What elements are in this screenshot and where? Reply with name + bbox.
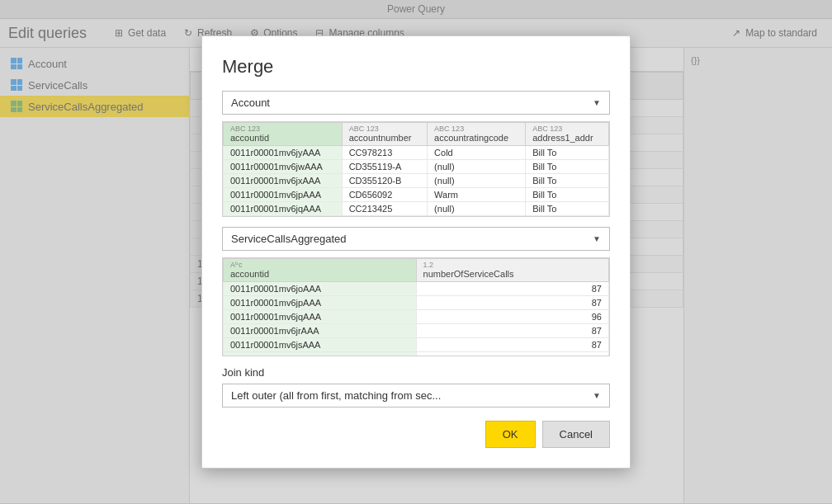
table-row: 0011r00001mv6jyAAA CC978213 Cold Bill To bbox=[224, 146, 609, 160]
top-cell-accountratingcode: (null) bbox=[428, 202, 526, 216]
top-cell-accountratingcode: Cold bbox=[428, 146, 526, 160]
top-cell-accountid: 0011r00001mv6jyAAA bbox=[224, 146, 343, 160]
join-kind-dropdown-chevron: ▼ bbox=[593, 391, 601, 400]
bottom-cell-numberofservicecalls: 87 bbox=[416, 282, 608, 296]
top-cell-address1: Bill To bbox=[526, 146, 609, 160]
top-cell-accountid: 0011r00001mv6jxAAA bbox=[224, 174, 343, 188]
bottom-cell-accountid: 0011r00001mv6jpAAA bbox=[224, 296, 417, 310]
table-row: 0011r00001mv6jwAAA CD355119-A (null) Bil… bbox=[224, 160, 609, 174]
bottom-cell-accountid: 0011r00001mv6joAAA bbox=[224, 282, 417, 296]
top-cell-accountnumber: CC978213 bbox=[342, 146, 427, 160]
top-cell-accountratingcode: (null) bbox=[428, 160, 526, 174]
top-col-accountratingcode-header[interactable]: ABC 123accountratingcode bbox=[428, 123, 526, 146]
top-cell-accountid: 0011r00001mv6jqAAA bbox=[224, 202, 343, 216]
table-row: 0011r00001mv6jxAAA CD355120-B (null) Bil… bbox=[224, 174, 609, 188]
modal-backdrop: Merge Account ▼ ABC 123accountid ABC 123… bbox=[0, 0, 832, 504]
bottom-cell-accountid: 0011r00001mv6jrAAA bbox=[224, 324, 417, 338]
top-preview-table: ABC 123accountid ABC 123accountnumber AB… bbox=[223, 122, 609, 216]
bottom-cell-accountid: 0011r00001mv6jqAAA bbox=[224, 310, 417, 324]
modal-footer: OK Cancel bbox=[222, 421, 610, 448]
bottom-table-dropdown[interactable]: ServiceCallsAggregated ▼ bbox=[222, 227, 610, 251]
top-col-address1-header[interactable]: ABC 123address1_addr bbox=[526, 123, 609, 146]
top-preview-table-container: ABC 123accountid ABC 123accountnumber AB… bbox=[222, 121, 610, 217]
top-table-dropdown[interactable]: Account ▼ bbox=[222, 91, 610, 115]
bottom-table-dropdown-label: ServiceCallsAggregated bbox=[231, 233, 346, 245]
table-row: 0011r00001mv6jrAAA 87 bbox=[224, 324, 609, 338]
table-row: 0011r00001mv6jqAAA 96 bbox=[224, 310, 609, 324]
top-cell-accountnumber: CD355119-A bbox=[342, 160, 427, 174]
join-kind-label: Join kind bbox=[222, 366, 610, 379]
table-row: 0011r00001mv6jpAAA 87 bbox=[224, 296, 609, 310]
join-kind-dropdown[interactable]: Left outer (all from first, matching fro… bbox=[222, 384, 610, 407]
bottom-cell-accountid: 0011r00001mv6jsAAA bbox=[224, 338, 417, 352]
bottom-cell-numberofservicecalls: 87 bbox=[416, 338, 608, 352]
top-cell-accountid: 0011r00001mv6jwAAA bbox=[224, 160, 343, 174]
bottom-cell-numberofservicecalls: 96 bbox=[416, 310, 608, 324]
bottom-preview-table: Aᵇcaccountid 1.2numberOfServiceCalls 001… bbox=[223, 258, 609, 356]
table-row: 0011r00001mv6jpAAA CD656092 Warm Bill To bbox=[224, 188, 609, 202]
top-cell-accountid: 0011r00001mv6jpAAA bbox=[224, 188, 343, 202]
top-table-dropdown-chevron: ▼ bbox=[593, 98, 601, 107]
bottom-cell-numberofservicecalls: 87 bbox=[416, 324, 608, 338]
top-cell-accountnumber: CD355120-B bbox=[342, 174, 427, 188]
bottom-cell-numberofservicecalls: 87 bbox=[416, 352, 608, 357]
bottom-cell-numberofservicecalls: 87 bbox=[416, 296, 608, 310]
top-table-dropdown-label: Account bbox=[231, 97, 270, 109]
ok-button[interactable]: OK bbox=[485, 421, 536, 448]
top-cell-accountratingcode: (null) bbox=[428, 174, 526, 188]
top-cell-accountnumber: CC213425 bbox=[342, 202, 427, 216]
top-cell-accountratingcode: Warm bbox=[428, 188, 526, 202]
top-cell-address1: Bill To bbox=[526, 202, 609, 216]
bottom-col-accountid-header[interactable]: Aᵇcaccountid bbox=[224, 259, 417, 282]
top-cell-address1: Bill To bbox=[526, 174, 609, 188]
top-col-accountid-header[interactable]: ABC 123accountid bbox=[224, 123, 343, 146]
top-cell-address1: Bill To bbox=[526, 188, 609, 202]
bottom-preview-table-container: Aᵇcaccountid 1.2numberOfServiceCalls 001… bbox=[222, 257, 610, 356]
top-cell-accountnumber: CD656092 bbox=[342, 188, 427, 202]
bottom-cell-accountid: 0011r00001mv6jtAAA bbox=[224, 352, 417, 357]
table-row: 0011r00001mv6jtAAA 87 bbox=[224, 352, 609, 357]
merge-dialog: Merge Account ▼ ABC 123accountid ABC 123… bbox=[201, 35, 631, 469]
top-col-accountnumber-header[interactable]: ABC 123accountnumber bbox=[342, 123, 427, 146]
table-row: 0011r00001mv6jqAAA CC213425 (null) Bill … bbox=[224, 202, 609, 216]
modal-title: Merge bbox=[222, 56, 610, 78]
join-kind-dropdown-label: Left outer (all from first, matching fro… bbox=[231, 389, 441, 402]
bottom-table-dropdown-chevron: ▼ bbox=[593, 234, 601, 243]
top-cell-address1: Bill To bbox=[526, 160, 609, 174]
table-row: 0011r00001mv6joAAA 87 bbox=[224, 282, 609, 296]
cancel-button[interactable]: Cancel bbox=[542, 421, 610, 448]
table-row: 0011r00001mv6jsAAA 87 bbox=[224, 338, 609, 352]
bottom-col-numberofservicecalls-header[interactable]: 1.2numberOfServiceCalls bbox=[416, 259, 608, 282]
